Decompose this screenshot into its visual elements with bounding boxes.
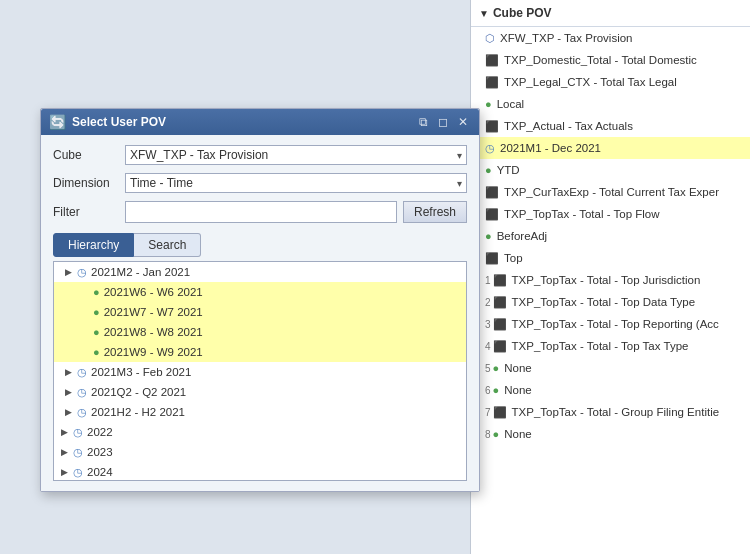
- tab-search[interactable]: Search: [134, 233, 201, 257]
- tree-item[interactable]: ▶◷2024: [54, 462, 466, 481]
- cube-pov-item-icon: ⬛: [485, 186, 499, 199]
- cube-pov-item-text: TXP_Domestic_Total - Total Domestic: [504, 54, 697, 66]
- dimension-row: Dimension Time - Time: [53, 173, 467, 193]
- tree-expander-empty: [78, 346, 90, 358]
- cube-pov-item-icon: ◷: [485, 142, 495, 155]
- cube-pov-item-text: TXP_TopTax - Total - Top Reporting (Acc: [512, 318, 719, 330]
- tree-item-icon: ●: [93, 326, 100, 338]
- tree-expander[interactable]: ▶: [58, 466, 70, 478]
- tree-expander[interactable]: ▶: [62, 366, 74, 378]
- cube-pov-item[interactable]: 2⬛TXP_TopTax - Total - Top Data Type: [471, 291, 750, 313]
- cube-select[interactable]: XFW_TXP - Tax Provision: [125, 145, 467, 165]
- cube-pov-item-num: 2: [485, 297, 491, 308]
- cube-pov-item-text: TXP_TopTax - Total - Top Jurisdiction: [512, 274, 701, 286]
- tree-expander[interactable]: ▶: [62, 266, 74, 278]
- cube-pov-item-text: BeforeAdj: [497, 230, 548, 242]
- cube-pov-item-text: TXP_CurTaxExp - Total Current Tax Exper: [504, 186, 719, 198]
- tree-item-icon: ◷: [73, 426, 83, 439]
- cube-pov-item-icon: ●: [485, 164, 492, 176]
- cube-pov-item[interactable]: ●Local: [471, 93, 750, 115]
- cube-pov-item[interactable]: ⬛Top: [471, 247, 750, 269]
- tree-item[interactable]: ●2021W8 - W8 2021: [54, 322, 466, 342]
- cube-pov-item[interactable]: ⬛TXP_CurTaxExp - Total Current Tax Exper: [471, 181, 750, 203]
- modal-title-controls: ⧉ ◻ ✕: [416, 115, 471, 129]
- filter-input[interactable]: [125, 201, 397, 223]
- tree-expander-empty: [78, 306, 90, 318]
- cube-pov-item[interactable]: ●BeforeAdj: [471, 225, 750, 247]
- cube-pov-item-text: 2021M1 - Dec 2021: [500, 142, 601, 154]
- tabs-row: Hierarchy Search: [53, 233, 467, 257]
- filter-row: Filter Refresh: [53, 201, 467, 223]
- tree-items-list: ▶◷2021M2 - Jan 2021 ●2021W6 - W6 2021 ●2…: [54, 262, 466, 481]
- cube-pov-item-num: 6: [485, 385, 491, 396]
- modal-minimize-button[interactable]: ⧉: [416, 115, 431, 129]
- modal-title-icon: 🔄: [49, 114, 66, 130]
- tree-item-icon: ●: [93, 306, 100, 318]
- tree-expander[interactable]: ▶: [62, 386, 74, 398]
- collapse-triangle[interactable]: ▼: [479, 8, 489, 19]
- tree-expander[interactable]: ▶: [58, 446, 70, 458]
- tree-item[interactable]: ▶◷2022: [54, 422, 466, 442]
- modal-title-text: Select User POV: [72, 115, 166, 129]
- tree-item-text: 2021W9 - W9 2021: [104, 346, 203, 358]
- cube-pov-item-text: TXP_TopTax - Total - Top Tax Type: [512, 340, 689, 352]
- cube-pov-item[interactable]: ⬡XFW_TXP - Tax Provision: [471, 27, 750, 49]
- tree-item[interactable]: ▶◷2021H2 - H2 2021: [54, 402, 466, 422]
- cube-pov-item-text: YTD: [497, 164, 520, 176]
- cube-pov-item-icon: ●: [485, 98, 492, 110]
- refresh-button[interactable]: Refresh: [403, 201, 467, 223]
- tree-item[interactable]: ●2021W7 - W7 2021: [54, 302, 466, 322]
- cube-pov-item[interactable]: ⬛TXP_Actual - Tax Actuals: [471, 115, 750, 137]
- cube-pov-item-text: Top: [504, 252, 523, 264]
- tree-item-text: 2021M3 - Feb 2021: [91, 366, 191, 378]
- tree-area[interactable]: ▶◷2021M2 - Jan 2021 ●2021W6 - W6 2021 ●2…: [53, 261, 467, 481]
- cube-label: Cube: [53, 148, 125, 162]
- cube-pov-item-icon: ●: [493, 384, 500, 396]
- cube-pov-item-icon: ●: [493, 428, 500, 440]
- tree-item[interactable]: ▶◷2023: [54, 442, 466, 462]
- cube-pov-item[interactable]: ◷2021M1 - Dec 2021: [471, 137, 750, 159]
- cube-pov-item-num: 5: [485, 363, 491, 374]
- tree-item[interactable]: ▶◷2021M3 - Feb 2021: [54, 362, 466, 382]
- dimension-label: Dimension: [53, 176, 125, 190]
- cube-pov-item[interactable]: 6●None: [471, 379, 750, 401]
- cube-pov-item[interactable]: 5●None: [471, 357, 750, 379]
- tree-item-icon: ◷: [77, 266, 87, 279]
- cube-pov-item-text: None: [504, 362, 532, 374]
- cube-pov-items-list: ⬡XFW_TXP - Tax Provision⬛TXP_Domestic_To…: [471, 27, 750, 445]
- filter-label: Filter: [53, 205, 125, 219]
- cube-pov-item-text: TXP_Legal_CTX - Total Tax Legal: [504, 76, 677, 88]
- cube-pov-item-icon: ⬛: [485, 208, 499, 221]
- cube-pov-item[interactable]: ⬛TXP_Legal_CTX - Total Tax Legal: [471, 71, 750, 93]
- cube-pov-item-text: None: [504, 384, 532, 396]
- cube-pov-item-icon: ⬛: [485, 76, 499, 89]
- cube-pov-item[interactable]: ●YTD: [471, 159, 750, 181]
- cube-pov-item[interactable]: ⬛TXP_TopTax - Total - Top Flow: [471, 203, 750, 225]
- tree-expander[interactable]: ▶: [62, 406, 74, 418]
- dimension-select[interactable]: Time - Time: [125, 173, 467, 193]
- tree-expander-empty: [78, 286, 90, 298]
- cube-pov-item-text: XFW_TXP - Tax Provision: [500, 32, 633, 44]
- modal-restore-button[interactable]: ◻: [435, 115, 451, 129]
- tree-expander[interactable]: ▶: [58, 426, 70, 438]
- tree-item[interactable]: ▶◷2021Q2 - Q2 2021: [54, 382, 466, 402]
- cube-pov-item-icon: ⬛: [485, 252, 499, 265]
- tab-hierarchy[interactable]: Hierarchy: [53, 233, 134, 257]
- modal-titlebar: 🔄 Select User POV ⧉ ◻ ✕: [41, 109, 479, 135]
- tree-item[interactable]: ▶◷2021M2 - Jan 2021: [54, 262, 466, 282]
- cube-pov-item[interactable]: 4⬛TXP_TopTax - Total - Top Tax Type: [471, 335, 750, 357]
- cube-pov-item[interactable]: ⬛TXP_Domestic_Total - Total Domestic: [471, 49, 750, 71]
- tree-item[interactable]: ●2021W9 - W9 2021: [54, 342, 466, 362]
- tree-item-icon: ●: [93, 286, 100, 298]
- tree-item-text: 2021W6 - W6 2021: [104, 286, 203, 298]
- cube-pov-item[interactable]: 1⬛TXP_TopTax - Total - Top Jurisdiction: [471, 269, 750, 291]
- cube-pov-item-text: TXP_TopTax - Total - Top Data Type: [512, 296, 695, 308]
- cube-pov-item[interactable]: 3⬛TXP_TopTax - Total - Top Reporting (Ac…: [471, 313, 750, 335]
- cube-pov-item[interactable]: 7⬛TXP_TopTax - Total - Group Filing Enti…: [471, 401, 750, 423]
- cube-pov-item-text: None: [504, 428, 532, 440]
- cube-pov-panel: ▼ Cube POV ⬡XFW_TXP - Tax Provision⬛TXP_…: [470, 0, 750, 554]
- modal-close-button[interactable]: ✕: [455, 115, 471, 129]
- tree-item-text: 2021Q2 - Q2 2021: [91, 386, 186, 398]
- cube-pov-item[interactable]: 8●None: [471, 423, 750, 445]
- tree-item[interactable]: ●2021W6 - W6 2021: [54, 282, 466, 302]
